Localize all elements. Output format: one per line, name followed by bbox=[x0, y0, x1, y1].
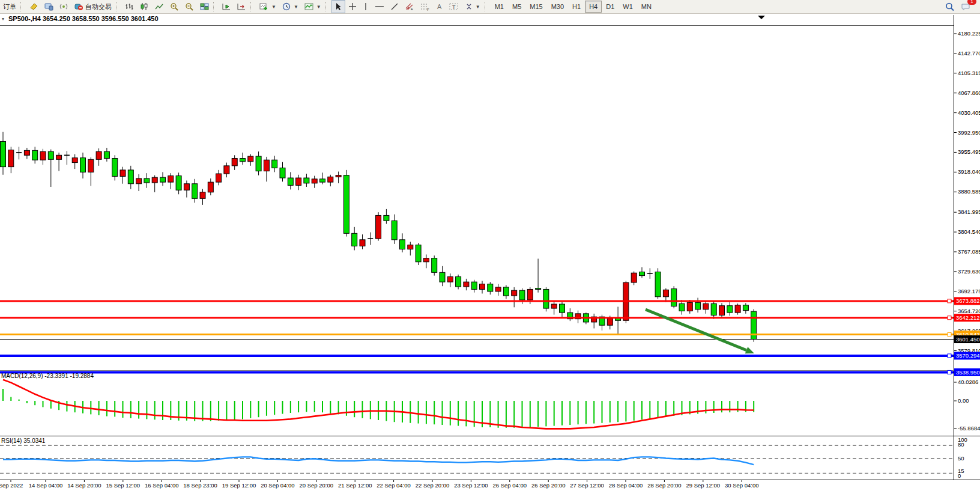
candle-body[interactable] bbox=[735, 305, 740, 313]
candle-body[interactable] bbox=[184, 184, 189, 191]
candle-body[interactable] bbox=[423, 258, 429, 262]
horizontal-line-tool-button[interactable] bbox=[372, 0, 387, 13]
trend-arrow-line[interactable] bbox=[646, 310, 746, 350]
candle-body[interactable] bbox=[312, 179, 317, 183]
autotrading-button[interactable]: 自动交易 bbox=[71, 0, 115, 13]
signal-button[interactable] bbox=[56, 0, 71, 13]
candle-body[interactable] bbox=[655, 272, 661, 296]
news-button[interactable] bbox=[26, 0, 41, 13]
candle-body[interactable] bbox=[88, 159, 94, 172]
candle-body[interactable] bbox=[200, 192, 205, 199]
indicators-button[interactable]: ▼ bbox=[301, 0, 324, 13]
candle-body[interactable] bbox=[376, 215, 381, 239]
candle-body[interactable] bbox=[352, 233, 357, 246]
candle-body[interactable] bbox=[456, 276, 461, 287]
equidistant-channel-tool-button[interactable]: E bbox=[402, 0, 417, 13]
candle-body[interactable] bbox=[96, 151, 101, 159]
hline-handle-3538.950[interactable] bbox=[948, 370, 951, 374]
candle-body[interactable] bbox=[447, 276, 453, 282]
candle-body[interactable] bbox=[360, 240, 365, 246]
candle-body[interactable] bbox=[240, 159, 246, 162]
candle-body[interactable] bbox=[192, 184, 198, 199]
candle-body[interactable] bbox=[328, 177, 333, 182]
candle-body[interactable] bbox=[72, 158, 77, 163]
candle-body[interactable] bbox=[488, 284, 493, 291]
timeframe-button-d1[interactable]: D1 bbox=[602, 1, 619, 13]
candle-body[interactable] bbox=[40, 151, 46, 160]
trendline-tool-button[interactable] bbox=[387, 0, 402, 13]
candle-body[interactable] bbox=[512, 290, 517, 296]
hline-handle-3570.294[interactable] bbox=[948, 354, 951, 358]
chart-shift-marker[interactable] bbox=[758, 16, 765, 19]
candle-body[interactable] bbox=[671, 289, 677, 306]
candle-body[interactable] bbox=[464, 282, 469, 287]
candle-body[interactable] bbox=[264, 160, 269, 171]
candle-body[interactable] bbox=[160, 177, 166, 182]
chart-canvas[interactable]: 4180.2254142.7704105.3154067.8604030.405… bbox=[0, 0, 980, 491]
candle-body[interactable] bbox=[719, 306, 725, 316]
candle-body[interactable] bbox=[711, 303, 716, 315]
hline-handle-3642.212[interactable] bbox=[948, 316, 951, 320]
candle-body[interactable] bbox=[320, 179, 325, 182]
bar-chart-button[interactable] bbox=[122, 0, 137, 13]
candle-body[interactable] bbox=[48, 151, 53, 159]
candle-body[interactable] bbox=[432, 258, 437, 273]
candle-body[interactable] bbox=[1, 141, 6, 166]
candle-body[interactable] bbox=[543, 289, 549, 308]
search-button[interactable] bbox=[942, 0, 958, 13]
candle-body[interactable] bbox=[8, 150, 14, 166]
candle-body[interactable] bbox=[24, 150, 29, 155]
timeframe-button-m15[interactable]: M15 bbox=[525, 1, 546, 13]
candle-body[interactable] bbox=[551, 304, 557, 308]
hline-handle-3673.882[interactable] bbox=[948, 299, 951, 303]
candle-body[interactable] bbox=[695, 302, 701, 309]
chart-shift-button[interactable] bbox=[234, 0, 249, 13]
candle-body[interactable] bbox=[416, 245, 421, 262]
zoom-out-button[interactable] bbox=[182, 0, 197, 13]
vertical-line-tool-button[interactable] bbox=[360, 0, 372, 13]
candle-body[interactable] bbox=[727, 306, 733, 313]
zoom-in-button[interactable] bbox=[167, 0, 182, 13]
candle-body[interactable] bbox=[503, 287, 509, 296]
candle-body[interactable] bbox=[703, 303, 709, 310]
candle-body[interactable] bbox=[296, 178, 301, 185]
candle-body[interactable] bbox=[392, 221, 397, 240]
cursor-tool-button[interactable] bbox=[331, 0, 345, 13]
candle-body[interactable] bbox=[400, 240, 405, 249]
candle-body[interactable] bbox=[495, 287, 501, 291]
candle-body[interactable] bbox=[663, 290, 668, 296]
candle-body[interactable] bbox=[408, 245, 413, 249]
candle-body[interactable] bbox=[128, 170, 133, 184]
candle-body[interactable] bbox=[256, 156, 261, 171]
timeframe-button-m5[interactable]: M5 bbox=[508, 1, 525, 13]
candle-body[interactable] bbox=[80, 158, 86, 172]
text-label-tool-button[interactable]: T bbox=[446, 0, 462, 13]
candle-body[interactable] bbox=[216, 174, 222, 182]
candle-body[interactable] bbox=[248, 156, 253, 162]
candle-body[interactable] bbox=[480, 284, 485, 290]
candle-body[interactable] bbox=[343, 175, 349, 234]
candle-body[interactable] bbox=[560, 304, 565, 313]
candle-body[interactable] bbox=[152, 177, 157, 183]
shapes-tool-button[interactable]: ▼ bbox=[462, 0, 483, 13]
crosshair-tool-button[interactable] bbox=[345, 0, 360, 13]
auto-scroll-button[interactable] bbox=[219, 0, 234, 13]
candle-body[interactable] bbox=[272, 160, 277, 168]
candle-body[interactable] bbox=[168, 176, 174, 183]
candlestick-button[interactable] bbox=[137, 0, 152, 13]
candle-body[interactable] bbox=[144, 178, 150, 183]
timeframe-button-h1[interactable]: H1 bbox=[568, 1, 585, 13]
candle-body[interactable] bbox=[32, 150, 38, 160]
community-button[interactable] bbox=[41, 0, 56, 13]
chat-button[interactable]: 1 bbox=[958, 0, 974, 13]
timeframe-button-m1[interactable]: M1 bbox=[491, 1, 508, 13]
candle-body[interactable] bbox=[136, 178, 142, 184]
candle-body[interactable] bbox=[304, 178, 309, 183]
candle-body[interactable] bbox=[631, 273, 637, 282]
timeframe-button-mn[interactable]: MN bbox=[637, 1, 656, 13]
hline-handle-3610.542[interactable] bbox=[948, 333, 951, 337]
fibonacci-tool-button[interactable]: F bbox=[417, 0, 433, 13]
text-tool-button[interactable]: A bbox=[433, 0, 446, 13]
candle-body[interactable] bbox=[440, 272, 445, 282]
candle-body[interactable] bbox=[679, 303, 685, 311]
